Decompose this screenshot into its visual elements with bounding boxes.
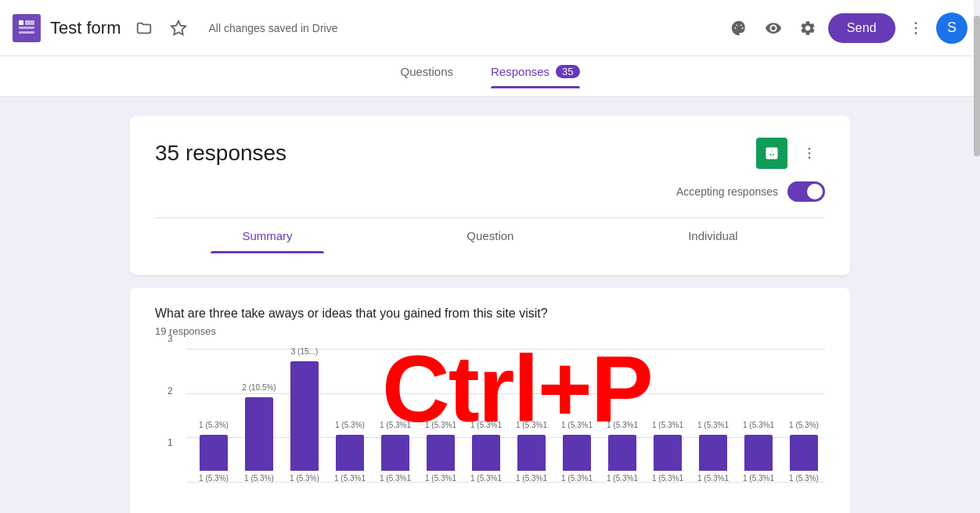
add-to-sheets-icon[interactable] [756,138,787,169]
bar-group-1: 2 (10.5%) 1 (5.3%) [238,397,280,483]
x-label-9: 1 (5.3%1 [607,474,638,483]
bar-group-5: 1 (5.3%1 1 (5.3%1 [420,435,462,483]
bar-12: 1 (5.3%1 [744,435,773,471]
x-label-1: 1 (5.3%) [244,474,274,483]
bar-label-8: 1 (5.3%1 [561,421,593,429]
bar-chart: 3 2 1 1 (5.3%) 1 (5.3%) 2 (10.5%) 1 (5.3… [155,350,825,506]
bar-5: 1 (5.3%1 [427,435,455,471]
responses-more-icon[interactable] [794,138,825,169]
bar-3: 1 (5.3%) [336,435,364,471]
bar-label-4: 1 (5.3%1 [380,421,411,429]
svg-rect-2 [25,20,34,25]
x-label-4: 1 (5.3%1 [380,474,411,483]
x-label-3: 1 (5.3%1 [334,474,366,483]
chart-question-text: What are three take aways or ideas that … [155,307,825,321]
bar-label-12: 1 (5.3%1 [743,421,774,429]
star-icon[interactable] [164,14,193,42]
svg-point-13 [809,152,811,155]
tab-individual[interactable]: Individual [657,218,769,253]
responses-summary-card: 35 responses Accepting r [130,116,850,275]
bar-group-9: 1 (5.3%1 1 (5.3%1 [601,435,643,483]
bar-7: 1 (5.3%1 [517,435,546,471]
card-header-actions [756,138,825,169]
bar-8: 1 (5.3%1 [563,435,591,471]
svg-rect-1 [19,20,23,25]
chart-card: What are three take aways or ideas that … [130,288,850,513]
x-label-7: 1 (5.3%1 [516,474,547,483]
preview-icon[interactable] [759,14,787,42]
responses-badge: 35 [556,65,579,78]
svg-point-8 [915,32,917,34]
bar-9: 1 (5.3%1 [608,435,636,471]
svg-point-6 [915,22,917,24]
more-options-icon[interactable] [902,14,930,42]
svg-point-14 [809,157,811,160]
tab-questions[interactable]: Questions [400,65,453,88]
x-label-6: 1 (5.3%1 [470,474,502,483]
svg-point-12 [809,148,811,150]
bar-group-12: 1 (5.3%1 1 (5.3%1 [737,435,780,483]
bar-label-11: 1 (5.3%1 [697,421,729,429]
chart-responses-count: 19 responses [155,325,825,337]
tab-summary[interactable]: Summary [211,218,323,253]
bar-label-2: 3 (15...) [291,347,318,356]
y-label-1: 1 [168,437,173,448]
responses-card-header: 35 responses [155,138,825,169]
bar-2: 3 (15...) [290,361,319,471]
tab-responses[interactable]: Responses 35 [491,65,580,88]
y-label-2: 2 [168,386,173,396]
accepting-label: Accepting responses [676,185,778,198]
bar-label-3: 1 (5.3%) [335,421,365,429]
settings-icon[interactable] [794,14,822,42]
x-label-0: 1 (5.3%) [199,474,229,483]
header-right-actions: Send S [725,13,967,44]
bar-label-0: 1 (5.3%) [199,421,229,429]
accepting-toggle[interactable] [787,181,825,202]
x-label-10: 1 (5.3%1 [652,474,683,483]
folder-icon[interactable] [130,14,158,42]
bar-group-2: 3 (15...) 1 (5.3%) [283,361,326,483]
bar-group-13: 1 (5.3%) 1 (5.3%) [783,435,825,483]
responses-count-title: 35 responses [155,141,286,166]
view-tabs: Summary Question Individual [155,217,825,253]
bar-group-11: 1 (5.3%1 1 (5.3%1 [692,435,734,483]
y-label-3: 3 [168,333,173,344]
bar-group-3: 1 (5.3%) 1 (5.3%1 [329,435,371,483]
bar-group-0: 1 (5.3%) 1 (5.3%) [193,435,235,483]
x-label-13: 1 (5.3%) [789,474,819,483]
svg-marker-5 [171,20,186,34]
bar-10: 1 (5.3%1 [654,435,682,471]
bar-group-10: 1 (5.3%1 1 (5.3%1 [647,435,689,483]
bar-label-10: 1 (5.3%1 [652,421,683,429]
bar-6: 1 (5.3%1 [472,435,500,471]
bar-label-1: 2 (10.5%) [242,383,276,392]
bar-group-8: 1 (5.3%1 1 (5.3%1 [556,435,598,483]
bar-11: 1 (5.3%1 [699,435,727,471]
main-content: 35 responses Accepting r [0,97,980,513]
bar-group-6: 1 (5.3%1 1 (5.3%1 [465,435,507,483]
document-title: Test form [50,18,121,38]
avatar[interactable]: S [936,13,967,44]
x-label-8: 1 (5.3%1 [561,474,593,483]
bar-group-4: 1 (5.3%1 1 (5.3%1 [374,435,416,483]
bar-13: 1 (5.3%) [790,435,818,471]
scrollbar[interactable] [974,0,980,513]
main-tabs: Questions Responses 35 [0,56,980,97]
saved-status: All changes saved in Drive [208,22,718,34]
x-label-11: 1 (5.3%1 [697,474,729,483]
tab-question[interactable]: Question [435,218,545,253]
x-label-5: 1 (5.3%1 [425,474,456,483]
bars-container: 1 (5.3%) 1 (5.3%) 2 (10.5%) 1 (5.3%) 3 (… [186,350,825,483]
svg-point-7 [915,27,917,29]
svg-rect-4 [19,31,34,34]
send-button[interactable]: Send [828,13,895,43]
bar-label-7: 1 (5.3%1 [516,421,547,429]
bar-label-5: 1 (5.3%1 [425,421,456,429]
palette-icon[interactable] [725,14,753,42]
bar-label-9: 1 (5.3%1 [607,421,638,429]
bar-4: 1 (5.3%1 [381,435,409,471]
bar-group-7: 1 (5.3%1 1 (5.3%1 [510,435,553,483]
accepting-row: Accepting responses [155,181,825,202]
scrollbar-thumb[interactable] [974,16,980,156]
bar-1: 2 (10.5%) [245,397,273,471]
